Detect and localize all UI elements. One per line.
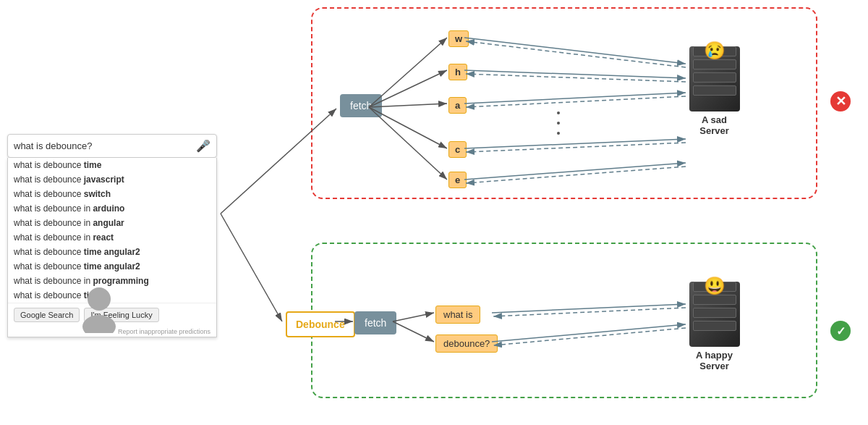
suggestion-item[interactable]: what is debounce switch <box>8 187 216 201</box>
dot3 <box>557 132 560 135</box>
suggestion-item[interactable]: what is debounce time <box>8 158 216 172</box>
suggestion-item[interactable]: what is debounce time angular2 <box>8 259 216 274</box>
success-icon: ✓ <box>830 321 851 341</box>
suggestion-item[interactable]: what is debounce in angular <box>8 216 216 230</box>
dot1 <box>557 111 560 114</box>
dot2 <box>557 122 560 125</box>
svg-line-3 <box>221 214 282 321</box>
letter-box-e: e <box>448 172 467 188</box>
letter-box-w: w <box>448 30 469 47</box>
word-box-debounce: debounce? <box>435 334 498 353</box>
suggestion-item[interactable]: what is debounce in react <box>8 230 216 245</box>
letter-box-c: c <box>448 141 467 158</box>
svg-point-1 <box>82 315 116 333</box>
error-icon: ✕ <box>830 91 851 111</box>
fetch-button-bottom[interactable]: fetch <box>354 311 396 334</box>
server-sad: 😢 A sadServer <box>687 43 741 136</box>
letter-box-h: h <box>448 64 467 80</box>
search-input[interactable]: what is debounce? <box>14 140 196 151</box>
mic-icon[interactable]: 🎤 <box>196 139 210 153</box>
search-box[interactable]: what is debounce? 🎤 <box>7 134 217 158</box>
letter-box-a: a <box>448 97 467 114</box>
sad-emoji: 😢 <box>704 41 726 61</box>
user-avatar <box>80 286 119 336</box>
server-sad-label: A sadServer <box>687 114 741 136</box>
debounce-button[interactable]: Debounce <box>286 311 355 337</box>
suggestion-item[interactable]: what is debounce javascript <box>8 172 216 187</box>
fetch-button-top[interactable]: fetch <box>340 94 382 117</box>
server-tower-happy: 😃 <box>689 282 740 347</box>
happy-emoji: 😃 <box>704 276 726 296</box>
google-search-button[interactable]: Google Search <box>14 308 80 322</box>
server-happy: 😃 A happyServer <box>687 279 741 371</box>
red-dashed-box <box>311 7 817 199</box>
server-happy-label: A happyServer <box>687 350 741 371</box>
suggestion-item[interactable]: what is debounce in arduino <box>8 201 216 216</box>
svg-point-0 <box>88 287 111 311</box>
suggestion-item[interactable]: what is debounce time angular2 <box>8 245 216 259</box>
word-box-what-is: what is <box>435 306 480 324</box>
server-tower-sad: 😢 <box>689 46 740 111</box>
